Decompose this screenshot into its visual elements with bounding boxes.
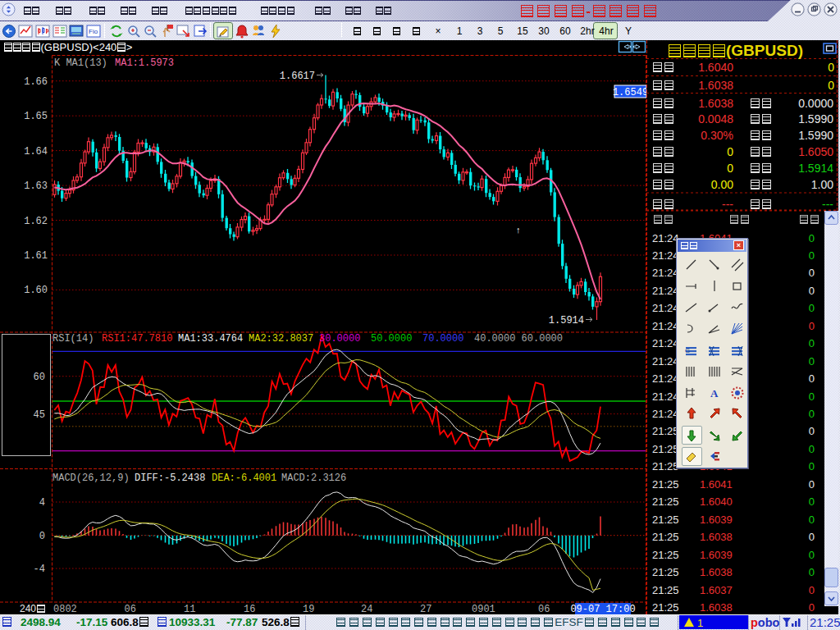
svg-text:G: G — [685, 347, 690, 354]
svg-text:24: 24 — [361, 604, 372, 615]
svg-text:45: 45 — [34, 409, 45, 421]
svg-text:RSI1:47.7810: RSI1:47.7810 — [102, 333, 172, 345]
svg-text:1.66: 1.66 — [24, 76, 48, 88]
svg-text:MA1:33.4764: MA1:33.4764 — [178, 333, 243, 345]
svg-text:70.0000: 70.0000 — [422, 333, 463, 345]
svg-text:-4: -4 — [34, 564, 45, 575]
svg-text:1: 1 — [697, 617, 703, 628]
svg-text:1.65: 1.65 — [24, 111, 48, 122]
svg-text:1.63: 1.63 — [24, 180, 48, 192]
svg-text:0901: 0901 — [472, 604, 495, 615]
svg-text:Fio: Fio — [89, 28, 98, 35]
svg-text:RSI(14): RSI(14) — [52, 333, 94, 345]
svg-text:1.61: 1.61 — [24, 250, 48, 262]
svg-text:1.64: 1.64 — [24, 146, 48, 158]
svg-text:DEA:-6.4001: DEA:-6.4001 — [212, 472, 276, 484]
svg-text:MACD:2.3126: MACD:2.3126 — [281, 472, 346, 484]
svg-text:A: A — [710, 387, 719, 399]
svg-text:06: 06 — [538, 604, 550, 615]
svg-text:1.60: 1.60 — [24, 285, 48, 296]
svg-text:16: 16 — [244, 604, 255, 615]
svg-text:27: 27 — [420, 604, 431, 615]
svg-text:MA1:1.5973: MA1:1.5973 — [115, 57, 174, 69]
svg-text:40.0000 60.0000: 40.0000 60.0000 — [474, 333, 563, 345]
svg-text:0: 0 — [39, 531, 45, 542]
svg-text:4: 4 — [39, 497, 45, 509]
svg-text:MACD(26,12,9): MACD(26,12,9) — [52, 472, 130, 484]
svg-text:K MA1(13): K MA1(13) — [54, 57, 107, 69]
svg-text:MA2:32.8037: MA2:32.8037 — [249, 333, 313, 345]
svg-text:DIFF:-5.2438: DIFF:-5.2438 — [135, 472, 205, 484]
svg-text:0802: 0802 — [53, 604, 77, 615]
svg-text:1.6549: 1.6549 — [613, 87, 646, 98]
svg-text:1.6617: 1.6617 — [280, 71, 315, 82]
svg-text:1.5914: 1.5914 — [549, 315, 584, 326]
svg-text:↑: ↑ — [516, 225, 521, 235]
svg-text:60: 60 — [34, 372, 45, 383]
svg-text:19: 19 — [303, 604, 314, 615]
svg-text:11: 11 — [184, 604, 195, 615]
svg-text:09-07 17:00: 09-07 17:00 — [570, 604, 635, 615]
svg-text:06: 06 — [125, 604, 136, 615]
svg-text:50.0000: 50.0000 — [371, 333, 412, 345]
svg-text:1.62: 1.62 — [24, 216, 48, 227]
svg-text:30.0000: 30.0000 — [319, 333, 360, 345]
